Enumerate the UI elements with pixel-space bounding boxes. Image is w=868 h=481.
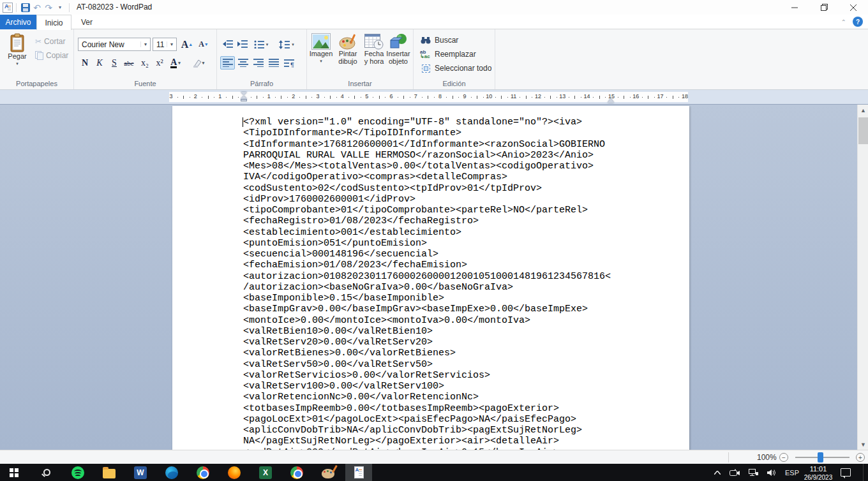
select-all-button[interactable]: Seleccionar todo bbox=[420, 62, 491, 75]
paragraph-mark-icon: ¶ bbox=[284, 59, 294, 68]
insert-object-button[interactable]: Insertar objeto bbox=[384, 33, 412, 65]
zoom-slider-thumb[interactable] bbox=[818, 452, 823, 463]
align-left-button[interactable] bbox=[220, 56, 235, 70]
grow-font-button[interactable]: A▲ bbox=[180, 38, 194, 51]
subscript-button[interactable]: x₂ bbox=[138, 56, 152, 70]
start-button[interactable] bbox=[1, 464, 27, 481]
list-button[interactable]: ▾ bbox=[251, 38, 271, 51]
search-button[interactable] bbox=[34, 464, 59, 481]
insert-image-button[interactable]: Imagen ▾ bbox=[308, 33, 334, 65]
taskbar-excel[interactable]: X bbox=[253, 464, 278, 481]
wordpad-app-icon[interactable] bbox=[3, 3, 13, 13]
tab-ver[interactable]: Ver bbox=[71, 15, 102, 29]
chevron-down-icon[interactable]: ▾ bbox=[320, 57, 322, 65]
group-label-editing: Edición bbox=[414, 80, 495, 87]
scissors-icon: ✂ bbox=[35, 37, 41, 46]
notification-center-icon[interactable] bbox=[841, 468, 851, 477]
close-button[interactable] bbox=[839, 0, 868, 15]
scrollbar-thumb[interactable] bbox=[858, 117, 868, 144]
taskbar-chrome[interactable] bbox=[190, 464, 216, 481]
paste-button[interactable]: Pegar ▾ bbox=[5, 33, 29, 68]
shrink-font-button[interactable]: A▼ bbox=[197, 38, 211, 51]
document-text[interactable]: <?xml version="1.0" encoding="UTF-8" sta… bbox=[172, 106, 611, 450]
minimize-button[interactable] bbox=[780, 0, 809, 15]
show-desktop-divider[interactable] bbox=[863, 464, 864, 481]
line-spacing-icon bbox=[279, 40, 290, 49]
scroll-down-icon[interactable]: ▼ bbox=[858, 439, 868, 450]
scroll-up-icon[interactable]: ▲ bbox=[858, 105, 868, 115]
justify-button[interactable] bbox=[266, 56, 281, 70]
line-spacing-button[interactable]: ▾ bbox=[276, 38, 297, 51]
align-center-button[interactable] bbox=[236, 56, 250, 70]
underline-button[interactable]: S bbox=[107, 56, 121, 70]
copy-button[interactable]: Copiar bbox=[35, 48, 68, 62]
taskbar-paint[interactable] bbox=[315, 464, 341, 481]
customize-toolbar-dropdown-icon[interactable]: ▾ bbox=[54, 2, 66, 13]
taskbar-word[interactable]: W bbox=[128, 464, 153, 481]
find-button[interactable]: Buscar bbox=[420, 34, 458, 47]
group-paragraph: ▾ ▾ ¶ Párrafo bbox=[217, 29, 307, 89]
save-icon[interactable] bbox=[20, 2, 31, 13]
restore-button[interactable] bbox=[809, 0, 839, 15]
word-icon: W bbox=[134, 466, 147, 479]
group-label-insert: Insertar bbox=[307, 80, 413, 87]
meet-now-camera-icon[interactable] bbox=[730, 469, 740, 476]
group-clipboard: Pegar ▾ ✂ Cortar Copiar Portapapeles bbox=[0, 29, 74, 89]
copy-icon bbox=[35, 51, 43, 60]
strikethrough-button[interactable]: abc bbox=[122, 56, 136, 70]
spotify-icon bbox=[71, 466, 84, 479]
paste-dropdown-icon[interactable]: ▾ bbox=[16, 60, 19, 68]
zoom-level: 100% bbox=[757, 453, 777, 462]
outdent-icon bbox=[223, 40, 233, 48]
increase-indent-button[interactable] bbox=[235, 38, 250, 51]
group-editing: Buscar ab↳ac Reemplazar Seleccionar todo… bbox=[414, 29, 495, 89]
vertical-scrollbar[interactable]: ▲ ▼ bbox=[857, 105, 868, 450]
bold-button[interactable]: N bbox=[78, 56, 92, 70]
zoom-in-button[interactable]: + bbox=[856, 453, 865, 462]
paint-drawing-button[interactable]: Pintar dibujo bbox=[335, 33, 361, 65]
font-size-select[interactable]: 11 ▾ bbox=[153, 38, 177, 51]
windows-logo-icon bbox=[10, 468, 19, 477]
italic-button[interactable]: K bbox=[93, 56, 107, 70]
taskbar-firefox[interactable] bbox=[221, 464, 247, 481]
replace-button[interactable]: ab↳ac Reemplazar bbox=[420, 48, 476, 61]
object-icon bbox=[389, 33, 408, 50]
collapse-ribbon-icon[interactable]: ⌃ bbox=[841, 18, 846, 26]
cut-button[interactable]: ✂ Cortar bbox=[35, 34, 65, 48]
tab-archivo[interactable]: Archivo bbox=[0, 15, 36, 29]
indent-marker[interactable] bbox=[241, 92, 248, 102]
superscript-button[interactable]: x² bbox=[153, 56, 167, 70]
image-icon bbox=[311, 33, 331, 50]
volume-icon[interactable] bbox=[767, 469, 776, 477]
bullet-list-icon bbox=[254, 40, 264, 48]
tab-inicio[interactable]: Inicio bbox=[36, 15, 71, 30]
font-color-button[interactable]: A ▾ bbox=[168, 56, 183, 70]
redo-icon[interactable]: ↷ bbox=[43, 2, 54, 13]
paragraph-settings-button[interactable]: ¶ bbox=[281, 56, 296, 70]
font-family-select[interactable]: Courier New ▾ bbox=[78, 38, 151, 51]
network-icon[interactable] bbox=[749, 469, 758, 477]
taskbar-wordpad-active[interactable] bbox=[345, 464, 372, 481]
taskbar-chrome-profile[interactable]: v bbox=[284, 464, 310, 481]
help-icon[interactable]: ? bbox=[853, 17, 863, 27]
align-right-button[interactable] bbox=[251, 56, 266, 70]
tray-chevron-up-icon[interactable] bbox=[714, 471, 721, 475]
text-caret bbox=[243, 117, 243, 127]
document-page[interactable]: <?xml version="1.0" encoding="UTF-8" sta… bbox=[172, 106, 689, 450]
undo-icon[interactable]: ↶ bbox=[31, 2, 43, 13]
ruler-band[interactable]: 321123456789101112131415161718 bbox=[169, 92, 688, 102]
ribbon: Pegar ▾ ✂ Cortar Copiar Portapapeles Cou… bbox=[0, 29, 868, 90]
ribbon-tab-row: Archivo Inicio Ver ⌃ ? bbox=[0, 15, 868, 29]
decrease-indent-button[interactable] bbox=[220, 38, 235, 51]
taskbar-edge[interactable] bbox=[159, 464, 184, 481]
highlight-color-button[interactable]: ▾ bbox=[189, 56, 208, 70]
taskbar-spotify[interactable] bbox=[65, 464, 91, 481]
taskbar-file-explorer[interactable] bbox=[96, 464, 122, 481]
clipboard-icon bbox=[10, 33, 25, 52]
calendar-clock-icon bbox=[364, 33, 384, 50]
chevron-down-icon: ▾ bbox=[167, 41, 176, 47]
date-time-button[interactable]: Fecha y hora bbox=[362, 33, 386, 65]
quick-access-toolbar: ↶ ↷ ▾ bbox=[0, 0, 73, 15]
svg-text:¶: ¶ bbox=[290, 61, 294, 68]
zoom-out-button[interactable]: − bbox=[779, 453, 788, 462]
